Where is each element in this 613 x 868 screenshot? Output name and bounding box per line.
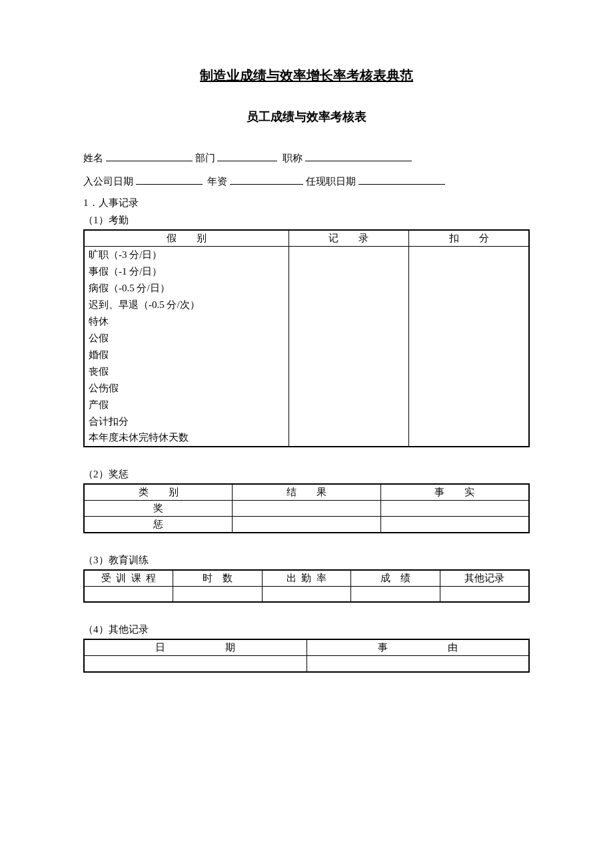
dept-blank[interactable]: [217, 151, 277, 162]
current-label: 任现职日期: [306, 176, 356, 187]
sub-1-heading: （1）考勤: [83, 212, 530, 228]
title-label: 职称: [283, 153, 303, 163]
document-title: 制造业成绩与效率增长率考核表典范: [83, 67, 530, 85]
current-blank[interactable]: [358, 173, 445, 185]
table-row: 本年度未休完特休天数: [84, 430, 529, 447]
table-row: 惩: [84, 516, 529, 533]
table-row: 事假（-1 分/日）: [84, 263, 529, 280]
sub-2-heading: （2）奖惩: [83, 466, 530, 482]
table-row: 婚假: [84, 347, 529, 363]
t3-h5: 其他记录: [464, 573, 504, 583]
table-row: 丧假: [84, 363, 529, 380]
table-row: 迟到、早退（-0.5 分/次）: [84, 297, 529, 313]
reward-punish-table: 类别 结果 事实 奖 惩: [83, 483, 530, 533]
table-row: 特休: [84, 313, 529, 330]
table-row: 病假（-0.5 分/日）: [84, 280, 529, 297]
table-row: 产假: [84, 397, 529, 413]
training-table: 受训课程 时数 出勤率 成绩 其他记录: [83, 569, 530, 603]
join-blank[interactable]: [136, 173, 203, 185]
table-row: 公伤假: [84, 380, 529, 397]
document-subtitle: 员工成绩与效率考核表: [83, 109, 530, 125]
t4-h2: 事由: [318, 642, 518, 653]
t2-h1: 类别: [119, 487, 199, 497]
t3-h1: 受训课程: [96, 573, 161, 583]
join-label: 入公司日期: [83, 176, 133, 187]
table-row: [84, 656, 529, 672]
name-blank[interactable]: [106, 151, 193, 162]
t1-h3: 扣分: [429, 233, 509, 243]
t2-h2: 结果: [267, 487, 346, 497]
dept-label: 部门: [195, 153, 215, 163]
t1-h2: 记录: [308, 233, 388, 243]
name-label: 姓名: [83, 153, 103, 163]
table-row: [84, 586, 529, 602]
t3-h4: 成绩: [370, 573, 420, 583]
other-record-table: 日期 事由: [83, 639, 530, 673]
seniority-label: 年资: [207, 176, 227, 187]
section-1-heading: 1．人事记录: [83, 195, 530, 211]
table-row: 奖: [84, 500, 529, 516]
sub-4-heading: （4）其他记录: [83, 621, 530, 637]
table-row: 旷职（-3 分/日）: [84, 247, 529, 263]
sub-3-heading: （3）教育训练: [83, 552, 530, 568]
info-line-1: 姓名 部门 职称: [83, 149, 530, 168]
table-row: 合计扣分: [84, 413, 529, 430]
t2-h3: 事实: [414, 487, 494, 497]
seniority-blank[interactable]: [230, 173, 303, 185]
table-row: 公假: [84, 330, 529, 347]
info-line-2: 入公司日期 年资 任现职日期: [83, 172, 530, 191]
attendance-table: 假别 记录 扣分 旷职（-3 分/日） 事假（-1 分/日） 病假（-0.5 分…: [83, 229, 530, 447]
t3-h2: 时数: [193, 573, 243, 583]
title-blank[interactable]: [305, 151, 412, 162]
t1-h1: 假别: [147, 233, 227, 243]
t3-h3: 出勤率: [281, 573, 331, 583]
t4-h1: 日期: [95, 642, 295, 653]
